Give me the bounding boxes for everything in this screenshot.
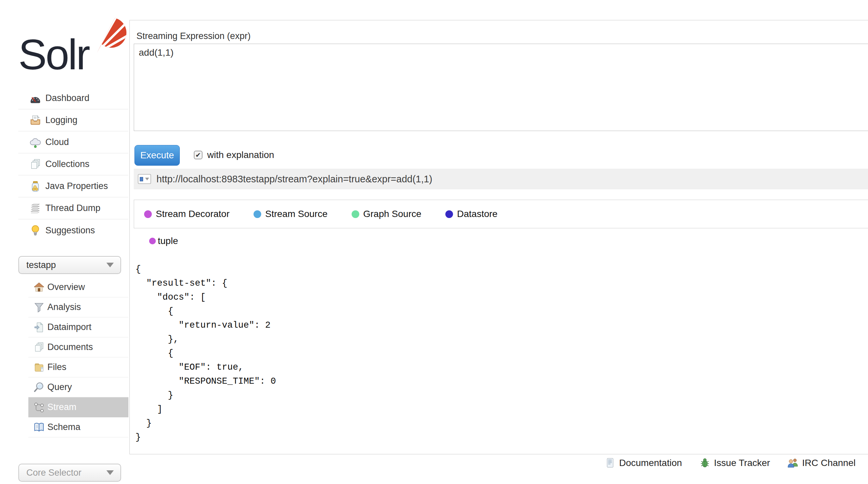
sidebar-item-dashboard[interactable]: Dashboard [18, 87, 128, 109]
with-explanation-checkbox[interactable]: ✔ [194, 151, 203, 159]
datastore-dot-icon [445, 210, 453, 218]
expression-label: Streaming Expression (expr) [136, 31, 250, 41]
chevron-down-icon [145, 178, 149, 180]
sidebar-main-menu: Dashboard Logging Cloud Collections [18, 87, 128, 241]
cloud-icon [29, 136, 41, 148]
core-menu-item-dataimport[interactable]: Dataimport [28, 317, 128, 337]
legend-label: Stream Source [265, 209, 328, 219]
with-explanation-label: with explanation [207, 150, 274, 160]
stream-decorator-dot-icon [144, 210, 152, 218]
core-menu-item-label: Query [48, 382, 72, 392]
request-url-link[interactable]: http://localhost:8983testapp/stream?expl… [156, 174, 432, 185]
tuple-dot-icon [149, 238, 156, 244]
core-menu-item-stream[interactable]: Stream [28, 397, 128, 417]
core-menu-item-label: Schema [48, 422, 81, 432]
issue-tracker-icon [699, 457, 711, 469]
sidebar-item-suggestions[interactable]: Suggestions [18, 219, 128, 241]
sidebar-item-collections[interactable]: Collections [18, 153, 128, 175]
stream-legend: Stream Decorator Stream Source Graph Sou… [134, 200, 868, 228]
core-menu-item-documents[interactable]: Documents [28, 337, 128, 357]
core-menu-item-label: Analysis [48, 302, 81, 312]
sidebar-item-logging[interactable]: Logging [18, 109, 128, 131]
sidebar-item-cloud[interactable]: Cloud [18, 131, 128, 153]
files-icon [33, 362, 45, 373]
dashboard-icon [29, 92, 41, 104]
legend-label: Datastore [457, 209, 497, 219]
request-url-bar: http://localhost:8983testapp/stream?expl… [134, 169, 868, 189]
irc-channel-icon [787, 457, 799, 469]
chevron-down-icon [106, 263, 114, 267]
core-menu-item-files[interactable]: Files [28, 357, 128, 377]
core-dropdown[interactable]: testapp [18, 256, 121, 274]
core-selector-label: Core Selector [26, 468, 82, 478]
graph-source-dot-icon [351, 210, 359, 218]
url-icon-square [140, 177, 143, 181]
core-menu-item-analysis[interactable]: Analysis [28, 297, 128, 317]
java-properties-icon [29, 180, 41, 192]
sidebar-item-label: Logging [45, 115, 78, 125]
collections-icon [29, 158, 41, 170]
solr-logo[interactable]: Solr [18, 16, 128, 76]
sidebar-core-menu: Overview Analysis Dataimport Documents [28, 277, 128, 437]
legend-item-stream-source: Stream Source [253, 209, 328, 219]
core-selector-dropdown[interactable]: Core Selector [18, 464, 121, 482]
checkmark-icon: ✔ [195, 151, 201, 159]
legend-item-datastore: Datastore [445, 209, 497, 219]
footer-link-irc-channel[interactable]: IRC Channel [787, 457, 855, 469]
solr-logo-text: Solr [18, 30, 89, 79]
core-menu-item-query[interactable]: Query [28, 377, 128, 397]
solr-sunburst-icon [94, 16, 134, 55]
overview-icon [33, 282, 45, 293]
footer-link-label: IRC Channel [802, 458, 855, 468]
footer-link-documentation[interactable]: Documentation [604, 457, 682, 469]
sidebar-item-label: Collections [45, 159, 89, 169]
result-json-output: { "result-set": { "docs": [ { "return-va… [135, 262, 276, 444]
expression-input[interactable]: add(1,1) [134, 44, 868, 131]
analysis-icon [33, 302, 45, 313]
with-explanation-option: ✔ with explanation [194, 150, 274, 160]
documents-icon [33, 342, 45, 353]
chevron-down-icon [106, 470, 114, 475]
sidebar-item-label: Cloud [45, 137, 69, 147]
core-menu-item-schema[interactable]: Schema [28, 417, 128, 437]
core-dropdown-value: testapp [26, 260, 56, 270]
sidebar-item-label: Suggestions [45, 225, 95, 236]
thread-dump-icon [29, 202, 41, 214]
stream-panel: Streaming Expression (expr) add(1,1) Exe… [129, 20, 868, 454]
core-menu-item-label: Dataimport [48, 322, 91, 332]
legend-label: Graph Source [363, 209, 421, 219]
explanation-node-label: tuple [158, 236, 178, 246]
execute-button[interactable]: Execute [134, 145, 180, 166]
core-menu-item-label: Files [48, 362, 66, 372]
dataimport-icon [33, 322, 45, 333]
stream-icon [33, 402, 45, 413]
stream-source-dot-icon [253, 210, 261, 218]
query-icon [33, 382, 45, 393]
sidebar-item-thread-dump[interactable]: Thread Dump [18, 197, 128, 219]
footer-link-label: Documentation [619, 458, 682, 468]
footer-link-issue-tracker[interactable]: Issue Tracker [699, 457, 770, 469]
sidebar-item-java-properties[interactable]: Java Properties [18, 175, 128, 197]
footer-link-label: Issue Tracker [714, 458, 770, 468]
sidebar-item-label: Dashboard [45, 93, 89, 103]
legend-item-graph-source: Graph Source [351, 209, 421, 219]
core-menu-item-label: Documents [48, 342, 93, 352]
footer-links: Documentation Issue Tracker IRC Channel [604, 457, 856, 469]
suggestions-icon [29, 224, 41, 236]
documentation-icon [604, 457, 616, 469]
url-dropdown-icon[interactable] [138, 174, 151, 184]
core-menu-item-label: Overview [48, 282, 85, 292]
schema-icon [33, 422, 45, 433]
explanation-node-tuple[interactable]: tuple [149, 236, 178, 246]
logging-icon [29, 114, 41, 126]
legend-item-stream-decorator: Stream Decorator [144, 209, 229, 219]
core-menu-item-overview[interactable]: Overview [28, 277, 128, 297]
sidebar-item-label: Thread Dump [45, 203, 100, 213]
sidebar-item-label: Java Properties [45, 181, 108, 191]
core-menu-item-label: Stream [48, 402, 76, 412]
legend-label: Stream Decorator [156, 209, 229, 219]
